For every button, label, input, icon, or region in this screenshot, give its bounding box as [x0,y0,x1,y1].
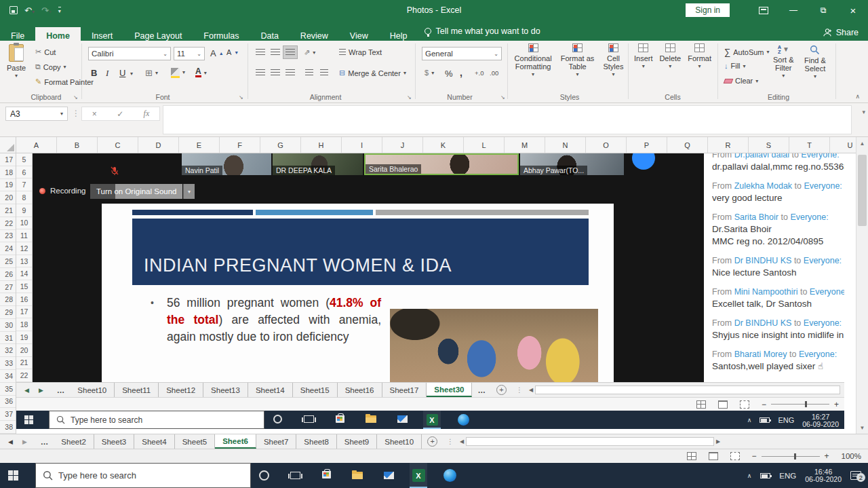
sheet-tab[interactable]: Sheet2 [54,434,94,449]
vertical-scrollbar[interactable]: ▲ ▼ [856,137,868,434]
shrink-font-button[interactable]: A▼ [226,48,239,56]
align-left-button[interactable] [254,67,267,79]
row-header[interactable]: 24 [0,242,16,255]
sheet-tab[interactable]: Sheet9 [337,434,377,449]
fill-button[interactable]: ↓Fill▾ [724,62,746,70]
top-align-button[interactable] [254,46,267,58]
page-layout-view-button[interactable] [709,452,718,460]
share-button[interactable]: Share [823,28,859,37]
insert-function-button[interactable]: fx [144,109,150,119]
decrease-decimal-button[interactable]: .00 [490,69,498,77]
number-dialog-launcher[interactable]: ↘ [500,94,505,100]
minimize-button[interactable]: — [778,0,808,20]
column-header[interactable]: J [382,137,423,153]
row-header[interactable]: 21 [0,204,16,217]
font-color-button[interactable]: A▾ [195,68,207,77]
taskbar-search-input[interactable]: Type here to search [35,463,251,488]
row-header[interactable]: 34 [0,370,16,383]
row-header[interactable]: 38 [0,421,16,434]
new-sheet-button[interactable]: + [427,436,437,447]
row-header[interactable]: 30 [0,319,16,332]
notification-center-icon[interactable]: 2 [850,471,861,480]
row-header[interactable]: 32 [0,344,16,357]
font-dialog-launcher[interactable]: ↘ [239,94,243,100]
clear-button[interactable]: Clear▾ [724,77,758,85]
grow-font-button[interactable]: A▲ [210,48,224,58]
hscroll-track[interactable] [466,437,714,446]
paste-button[interactable]: Paste ▾ [7,44,26,80]
name-box[interactable]: A3▾ [5,107,68,121]
sheet-tab[interactable]: Sheet7 [256,434,296,449]
collapse-ribbon-button[interactable]: ∧ [855,93,860,100]
column-header[interactable]: A [16,137,57,153]
column-header[interactable]: I [342,137,382,153]
tab-scroll-left-icon[interactable]: ◀ [8,438,13,445]
undo-button[interactable]: ↶▾ [24,5,35,16]
sheet-tab[interactable]: Sheet10 [377,434,422,449]
sheet-tab[interactable]: Sheet5 [175,434,215,449]
row-header[interactable]: 37 [0,408,16,421]
cells-button[interactable]: Format ▾ [688,43,711,71]
row-header[interactable]: 31 [0,332,16,345]
row-header[interactable]: 36 [0,396,16,409]
orientation-button[interactable]: ⇗▾ [304,48,315,57]
formula-bar-expand-button[interactable]: ▾ [862,109,865,115]
zoom-slider-thumb[interactable] [794,453,796,459]
cancel-entry-button[interactable]: × [92,109,97,119]
clock[interactable]: 16:46 06-09-2020 [805,468,842,483]
accounting-format-button[interactable]: $▾ [425,69,434,77]
column-header[interactable]: D [138,137,179,153]
column-header[interactable]: S [749,137,789,153]
find-select-button[interactable]: Find & Select▾ [804,45,826,81]
column-header[interactable]: O [586,137,627,153]
format-painter-button[interactable]: ✎Format Painter [35,77,94,86]
column-header[interactable]: M [505,137,545,153]
select-all-corner[interactable] [0,137,16,153]
save-icon[interactable] [9,6,18,14]
decrease-indent-button[interactable] [302,67,316,79]
clipboard-dialog-launcher[interactable]: ↘ [73,94,78,100]
column-header[interactable]: T [789,137,830,153]
column-header[interactable]: C [98,137,138,153]
tray-chevron-icon[interactable]: ∧ [747,472,752,479]
row-header[interactable]: 20 [0,191,16,204]
file-explorer-icon[interactable] [349,472,366,479]
zoom-level-label[interactable]: 100% [842,452,861,460]
column-header[interactable]: L [464,137,505,153]
column-header[interactable]: G [260,137,301,153]
style-button[interactable]: Conditional Formatting ▾ [515,43,552,79]
underline-dropdown[interactable]: ▾ [130,71,133,77]
scroll-up-arrow[interactable]: ▲ [856,137,868,149]
tab-ellipsis[interactable]: … [35,434,54,449]
row-header[interactable]: 23 [0,230,16,243]
column-header[interactable]: H [301,137,342,153]
store-icon[interactable] [317,471,335,478]
borders-button[interactable]: ⊞▾ [145,68,158,78]
mail-icon[interactable] [380,472,397,479]
copy-button[interactable]: ⧉Copy▾ [35,62,66,71]
embedded-screenshot-image[interactable]: 5678910111213141516171819202122 Navin Pa… [16,153,844,429]
column-header[interactable]: K [423,137,464,153]
increase-decimal-button[interactable]: +.0 [475,69,484,77]
column-header[interactable]: P [627,137,667,153]
column-header[interactable]: U [830,137,856,153]
align-center-button[interactable] [269,67,282,79]
underline-button[interactable]: U [119,68,125,78]
sort-filter-button[interactable]: AZ▼ Sort & Filter▾ [773,45,794,80]
row-header[interactable]: 29 [0,306,16,319]
font-name-combobox[interactable]: Calibri⌄ [88,47,171,60]
row-header[interactable]: 18 [0,166,16,179]
increase-indent-button[interactable] [317,67,331,79]
scroll-down-arrow[interactable]: ▼ [856,421,868,434]
customize-qat-button[interactable]: ▾ [58,7,61,14]
row-header[interactable]: 35 [0,383,16,396]
wrap-text-button[interactable]: Wrap Text [339,48,382,56]
row-header[interactable]: 17 [0,153,16,166]
formula-input[interactable] [163,105,852,134]
sheet-tab[interactable]: Sheet4 [134,434,174,449]
vertical-scroll-thumb[interactable] [858,155,867,226]
column-header[interactable]: F [220,137,260,153]
sheet-tab[interactable]: Sheet3 [94,434,134,449]
excel-taskbar-icon[interactable] [410,463,427,488]
style-button[interactable]: Format as Table ▾ [561,43,595,79]
